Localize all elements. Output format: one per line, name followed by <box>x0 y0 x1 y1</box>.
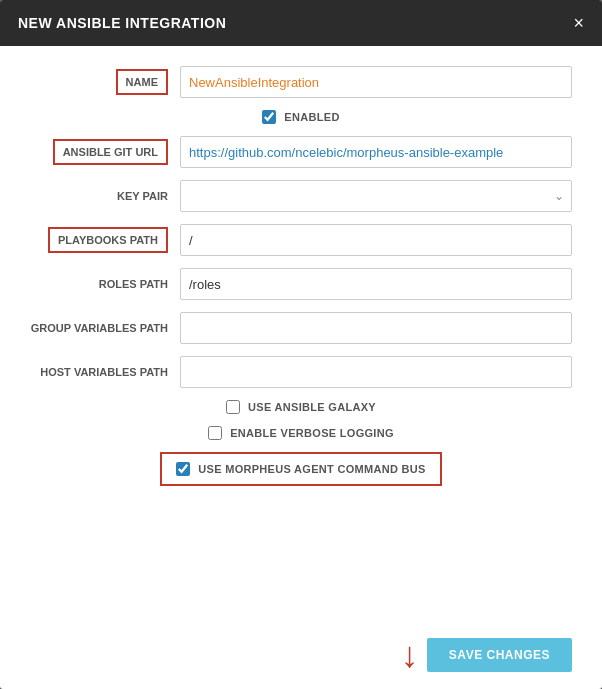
save-changes-button[interactable]: SAVE CHANGES <box>427 638 572 672</box>
arrow-down-icon: ↓ <box>401 637 419 673</box>
enabled-row: ENABLED <box>30 110 572 124</box>
use-morpheus-agent-label: USE MORPHEUS AGENT COMMAND BUS <box>198 463 425 475</box>
close-button[interactable]: × <box>573 14 584 32</box>
roles-path-label: ROLES PATH <box>30 277 180 291</box>
enable-verbose-logging-row: ENABLE VERBOSE LOGGING <box>30 426 572 440</box>
name-row: NAME <box>30 66 572 98</box>
enable-verbose-logging-label: ENABLE VERBOSE LOGGING <box>230 427 394 439</box>
modal-footer: ↓ SAVE CHANGES <box>0 625 602 689</box>
modal-title: NEW ANSIBLE INTEGRATION <box>18 15 226 31</box>
enable-verbose-logging-checkbox[interactable] <box>208 426 222 440</box>
enabled-label: ENABLED <box>284 111 339 123</box>
ansible-git-url-label: ANSIBLE GIT URL <box>30 139 180 165</box>
modal-body: NAME ENABLED ANSIBLE GIT URL KEY PAIR ⌄ <box>0 46 602 625</box>
key-pair-row: KEY PAIR ⌄ <box>30 180 572 212</box>
playbooks-path-label-text: PLAYBOOKS PATH <box>48 227 168 253</box>
use-ansible-galaxy-row: USE ANSIBLE GALAXY <box>30 400 572 414</box>
group-variables-path-row: GROUP VARIABLES PATH <box>30 312 572 344</box>
ansible-git-url-input[interactable] <box>180 136 572 168</box>
group-variables-path-input[interactable] <box>180 312 572 344</box>
name-label-text: NAME <box>116 69 168 95</box>
group-variables-path-label: GROUP VARIABLES PATH <box>30 321 180 335</box>
modal-container: NEW ANSIBLE INTEGRATION × NAME ENABLED A… <box>0 0 602 689</box>
enabled-checkbox[interactable] <box>262 110 276 124</box>
playbooks-path-label: PLAYBOOKS PATH <box>30 227 180 253</box>
host-variables-path-input[interactable] <box>180 356 572 388</box>
ansible-git-url-row: ANSIBLE GIT URL <box>30 136 572 168</box>
playbooks-path-input[interactable] <box>180 224 572 256</box>
name-label: NAME <box>30 69 180 95</box>
use-ansible-galaxy-checkbox[interactable] <box>226 400 240 414</box>
modal-header: NEW ANSIBLE INTEGRATION × <box>0 0 602 46</box>
roles-path-input[interactable] <box>180 268 572 300</box>
roles-path-row: ROLES PATH <box>30 268 572 300</box>
use-ansible-galaxy-label: USE ANSIBLE GALAXY <box>248 401 376 413</box>
playbooks-path-row: PLAYBOOKS PATH <box>30 224 572 256</box>
morpheus-agent-box: USE MORPHEUS AGENT COMMAND BUS <box>160 452 441 486</box>
name-input[interactable] <box>180 66 572 98</box>
key-pair-select-wrapper: ⌄ <box>180 180 572 212</box>
host-variables-path-label: HOST VARIABLES PATH <box>30 365 180 379</box>
use-morpheus-agent-checkbox[interactable] <box>176 462 190 476</box>
host-variables-path-row: HOST VARIABLES PATH <box>30 356 572 388</box>
key-pair-select[interactable] <box>180 180 572 212</box>
ansible-git-url-label-text: ANSIBLE GIT URL <box>53 139 168 165</box>
group-variables-path-label-text: GROUP VARIABLES PATH <box>31 322 168 334</box>
use-morpheus-agent-row: USE MORPHEUS AGENT COMMAND BUS <box>30 452 572 486</box>
key-pair-label: KEY PAIR <box>30 189 180 203</box>
host-variables-path-label-text: HOST VARIABLES PATH <box>40 366 168 378</box>
